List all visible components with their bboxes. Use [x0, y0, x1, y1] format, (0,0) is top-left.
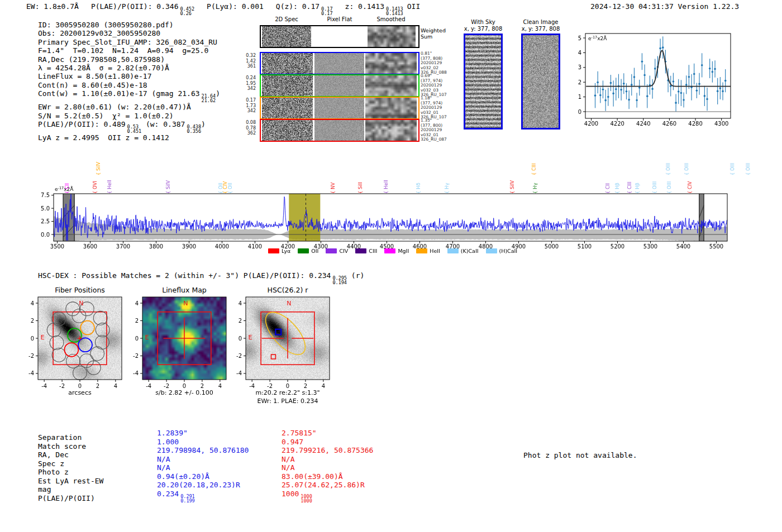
with-sky-cutout	[464, 33, 503, 130]
line-label-ciii: { CIII	[531, 163, 537, 175]
row-2dspec-image	[262, 53, 313, 74]
legend-swatch-ciii	[355, 248, 366, 253]
legend-swatch-civ	[326, 248, 337, 253]
line-label-hγ: { Hγ	[444, 183, 450, 194]
table-row-label: Est LyA rest-EW	[38, 477, 103, 486]
line-label-heii: { HeII	[107, 180, 112, 194]
row-smoothed-image	[365, 75, 417, 96]
line-label-ciii: { CIII	[627, 181, 632, 194]
legend-item-kcaii: (K)CaII	[447, 248, 479, 254]
table-cell: 83.00(±39.00)Å	[282, 472, 373, 481]
col-title-smoothed: Smoothed	[369, 16, 413, 22]
info-line-primary-spec: Primary Spec_Slot_IFU_AMP: 326_082_034_R…	[38, 38, 220, 46]
row-pixelflat-image	[314, 120, 364, 141]
fiber-xlabel: arcsecs	[38, 389, 122, 396]
table-cell: 219.798984, 50.876180	[157, 446, 249, 455]
line-label-nv: { NV	[330, 183, 336, 194]
z-frac: 0.14130.1413	[386, 7, 403, 16]
table-cell: 219.799216, 50.875366	[282, 446, 373, 455]
weighted-2dspec-image	[262, 26, 311, 47]
plae-poii-summary: P(LAE)/P(OII): 0.3460.4520.26	[91, 2, 194, 16]
legend-item-lya: Lyα	[268, 248, 290, 254]
lineflux-map-plot	[120, 294, 234, 395]
match-table-col2: 2.75815" 0.947 219.799216, 50.875366 N/A…	[282, 429, 373, 498]
info-line-plae: P(LAE)/P(OII): 0.4890.530.451 (w: 0.3870…	[38, 120, 220, 133]
col-title-pixelflat: Pixel Flat	[317, 16, 362, 22]
line-label-oiii: { OIII	[665, 163, 671, 175]
line-fit-zoom-plot	[575, 26, 737, 126]
line-label-siiv: { SiIV	[165, 180, 171, 194]
elixer-report-page: EW: 1.8±0.7Å P(LAE)/P(OII): 0.3460.4520.…	[0, 0, 782, 532]
row-smoothed-image	[365, 120, 417, 141]
table-cell: 0.2340.2910.199	[157, 490, 249, 499]
line-label-cii: { CII	[64, 183, 70, 194]
line-label-hγ: { Hγ	[532, 183, 538, 194]
hsc-plae-frac: 0.2950.194	[332, 276, 347, 285]
line-label-oiii: { OIII	[684, 163, 689, 175]
row-left-stats: 0.24 1.95 342	[240, 75, 256, 92]
line-label-ovi: { OVI	[92, 181, 98, 194]
timestamp-version: 2024-12-30 04:31:37 Version 1.22.3	[590, 2, 739, 11]
plya-summary: P(Lyα): 0.001	[207, 2, 264, 16]
info-line-lineflux: LineFlux = 8.50(±1.80)e-17	[38, 72, 220, 80]
match-table-labels: Separation Match score RA, Dec Spec z Ph…	[38, 433, 103, 502]
table-cell: N/A	[282, 455, 373, 464]
row-2dspec-image	[262, 75, 313, 96]
plae-frac-1: 0.530.451	[127, 124, 142, 133]
row-left-stats: 0.32 1.42 361	[240, 53, 256, 69]
table-cell: 1.000	[157, 438, 249, 447]
info-line-lambda-sigma: λ = 4254.28Å σ = 2.82(±0.70)Å	[38, 64, 220, 72]
ew-summary: EW: 1.8±0.7Å	[26, 2, 79, 16]
table-cell: N/A	[157, 455, 249, 464]
table-row-label: RA, Dec	[38, 450, 103, 459]
line-label-hβ: { Hβ	[635, 183, 640, 194]
table-cell: 1.2839"	[157, 429, 249, 438]
clean-image-title: Clean Imagex, y: 377, 808	[513, 19, 568, 32]
table-cell: N/A	[282, 463, 373, 472]
legend-item-ciii: CIII	[355, 248, 377, 254]
weighted-sum-label: WeightedSum	[421, 27, 446, 40]
info-line-seeing: F=1.4" T=0.102 N=1.24 A=0.94 g=25.0	[38, 46, 220, 55]
lineflux-xlabel: s/b: 2.82 +/- 0.100	[134, 389, 235, 396]
clean-image-cutout	[521, 33, 560, 130]
fiber-positions-title: Fiber Positions	[38, 286, 122, 294]
line-label-hδ: { Hδ	[416, 183, 421, 194]
table-cell: 25.07(24.62,25.86)R	[282, 481, 373, 490]
legend-item-civ: CIV	[326, 248, 348, 254]
summary-bar: EW: 1.8±0.7Å P(LAE)/P(OII): 0.3460.4520.…	[26, 2, 420, 16]
legend-swatch-hcaii	[486, 248, 497, 253]
with-sky-title: With Skyx, y: 377, 808	[456, 19, 511, 32]
hsc-caption: EWr: 1. PLAE: 0.234	[237, 397, 338, 405]
hsc-xlabel: m:20.2 re:2.2" s:1.3"	[237, 389, 338, 396]
row-pixelflat-image	[314, 75, 364, 96]
lineflux-map-title: Lineflux Map	[142, 286, 226, 294]
row-2dspec-image	[262, 120, 313, 141]
full-spectrum-plot	[39, 184, 740, 254]
row-fiber-info: 1.18" (377, 974) 20200129 v032_01 326_RU…	[421, 96, 460, 120]
legend-item-mgii: MgII	[384, 248, 409, 254]
line-label-cii: { CII	[605, 183, 611, 194]
row-smoothed-image	[365, 53, 417, 74]
line-label-siiv: { SiIV	[96, 162, 101, 175]
line-label-hβ: { Hβ	[614, 183, 620, 194]
row-fiber-info: 1.35" (377, 800) 20200129 v032_01 326_RU…	[421, 118, 460, 142]
fiber-positions-plot	[16, 294, 130, 395]
legend-item-oii: OII	[298, 248, 318, 254]
row-2dspec-image	[262, 98, 313, 118]
col1-plae-frac: 0.2910.199	[180, 494, 195, 503]
z-summary: z: 0.14130.14130.1413OII	[345, 2, 421, 16]
qz-summary: Q(z): 0.170.170.17	[276, 2, 333, 16]
info-line-sn-chi2: S/N = 5.2(±0.5) χ² = 1.0(±0.2)	[38, 112, 220, 120]
legend-item-heii: HeII	[416, 248, 440, 254]
row-pixelflat-image	[314, 53, 364, 74]
legend-swatch-kcaii	[447, 248, 459, 253]
row-smoothed-image	[365, 98, 417, 118]
info-line-radec: RA,Dec (219.798508,50.875988)	[38, 55, 220, 64]
hsc-cutout-plot	[223, 294, 337, 395]
legend-swatch-lya	[268, 248, 279, 253]
detection-info-block: ID: 3005950280 (3005950280.pdf) Obs: 202…	[38, 21, 220, 142]
photz-unavailable-note: Phot z plot not available.	[523, 451, 637, 459]
line-label-oiii: { OIII	[666, 181, 672, 194]
info-line-cont-w: Cont(w) = 1.10(±0.01)e-17 (gmag 21.6321.…	[38, 89, 220, 103]
legend-swatch-mgii	[384, 248, 395, 253]
